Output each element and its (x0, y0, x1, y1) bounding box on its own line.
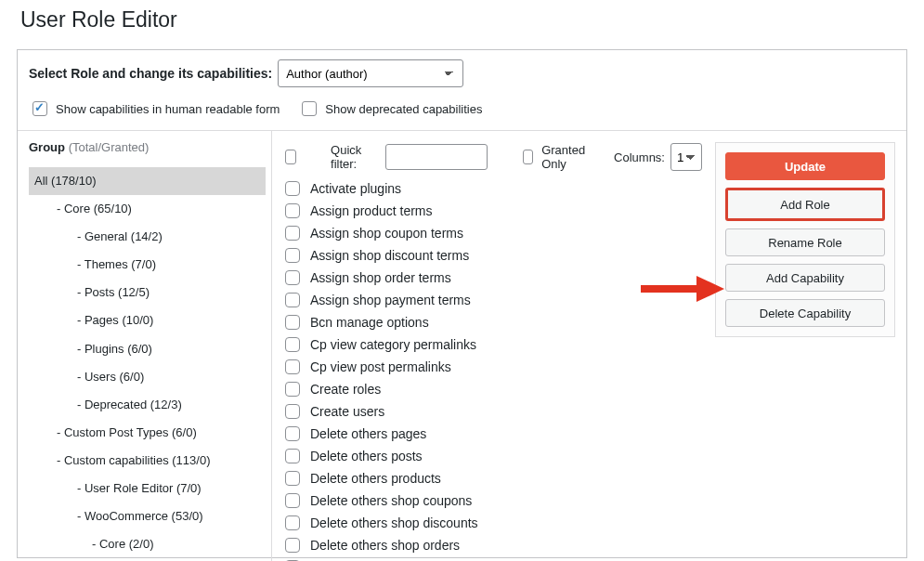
capability-checkbox[interactable] (285, 426, 300, 441)
page-title: User Role Editor (20, 7, 907, 33)
group-label: Group (29, 140, 65, 154)
columns-label: Columns: (614, 150, 665, 164)
capability-label: Delete others products (310, 471, 441, 486)
capability-row: Cp view category permalinks (281, 333, 702, 356)
group-item[interactable]: - General (14/2) (29, 223, 266, 251)
group-item[interactable]: - WooCommerce (53/0) (29, 502, 266, 530)
group-item[interactable]: - Deprecated (12/3) (29, 391, 266, 419)
select-role-label: Select Role and change its capabilities: (29, 66, 272, 81)
show-deprecated-label: Show deprecated capabilities (325, 102, 482, 116)
group-item[interactable]: - Users (6/0) (29, 363, 266, 391)
group-item[interactable]: All (178/10) (29, 167, 266, 195)
capability-checkbox[interactable] (285, 538, 300, 553)
capabilities-list[interactable]: Activate pluginsAssign product termsAssi… (281, 177, 702, 561)
granted-only-label: Granted Only (541, 143, 590, 171)
capability-label: Create users (310, 404, 384, 419)
show-deprecated-checkbox[interactable] (302, 101, 317, 116)
capability-row: Delete others pages (281, 423, 702, 445)
capability-checkbox[interactable] (285, 315, 300, 330)
capability-row: Delete others shop discounts (281, 512, 702, 534)
role-select[interactable]: Author (author) (278, 59, 463, 87)
capability-label: Assign shop discount terms (310, 248, 469, 263)
capability-row: Delete others shop orders (281, 534, 702, 556)
capability-label: Delete others shop coupons (310, 493, 472, 508)
capability-label: Delete others shop orders (310, 538, 460, 553)
capability-row: Cp view post permalinks (281, 356, 702, 378)
capability-label: Bcn manage options (310, 315, 429, 330)
capability-checkbox[interactable] (285, 181, 300, 196)
capability-row: Bcn manage options (281, 311, 702, 333)
capability-checkbox[interactable] (285, 248, 300, 263)
action-buttons: Update Add Role Rename Role Add Capabili… (715, 142, 895, 337)
capability-checkbox[interactable] (285, 226, 300, 241)
columns-select[interactable]: 1 (670, 143, 702, 171)
capability-label: Create roles (310, 382, 381, 397)
group-counts-label: (Total/Granted) (69, 140, 150, 154)
capability-checkbox[interactable] (285, 515, 300, 530)
show-human-checkbox[interactable] (33, 101, 47, 116)
rename-role-button[interactable]: Rename Role (725, 228, 885, 256)
group-item[interactable]: - Themes (7/0) (29, 251, 266, 279)
group-item[interactable]: - Pages (10/0) (29, 307, 266, 334)
capability-row: Delete others products (281, 467, 702, 489)
group-sidebar: Group (Total/Granted) All (178/10)- Core… (29, 131, 272, 561)
capability-checkbox[interactable] (285, 404, 300, 419)
capability-checkbox[interactable] (285, 293, 300, 307)
quick-filter-label: Quick filter: (331, 143, 374, 171)
capability-row: Create users (281, 400, 702, 423)
delete-capability-button[interactable]: Delete Capability (725, 299, 885, 327)
capability-checkbox[interactable] (285, 337, 300, 352)
group-item[interactable]: - Core (2/0) (29, 530, 266, 558)
editor-panel: Select Role and change its capabilities:… (17, 49, 907, 558)
quick-filter-input[interactable] (385, 144, 488, 170)
group-item[interactable]: - User Role Editor (7/0) (29, 475, 266, 502)
capability-row: Assign shop payment terms (281, 289, 702, 311)
group-item[interactable]: - Posts (12/5) (29, 279, 266, 307)
capability-checkbox[interactable] (285, 359, 300, 374)
select-all-checkbox[interactable] (285, 150, 296, 164)
capability-label: Activate plugins (310, 181, 401, 196)
capability-row: Delete others posts (281, 445, 702, 467)
capability-label: Assign shop order terms (310, 270, 451, 285)
capability-row: Delete others shop coupons (281, 489, 702, 512)
capability-label: Assign shop coupon terms (310, 226, 463, 241)
capability-row: Assign shop discount terms (281, 244, 702, 267)
capability-checkbox[interactable] (285, 270, 300, 285)
capability-row: Assign shop order terms (281, 267, 702, 289)
capability-label: Delete others shop discounts (310, 515, 478, 530)
capability-row: Assign shop coupon terms (281, 222, 702, 244)
capability-row: Activate plugins (281, 177, 702, 200)
capability-label: Delete others posts (310, 449, 423, 463)
capability-row: Assign product terms (281, 200, 702, 222)
group-item[interactable]: - Plugins (6/0) (29, 335, 266, 363)
update-button[interactable]: Update (725, 152, 885, 180)
capability-checkbox[interactable] (285, 449, 300, 463)
capability-label: Assign shop payment terms (310, 293, 471, 307)
group-item[interactable]: - Custom capabilities (113/0) (29, 447, 266, 475)
add-capability-button[interactable]: Add Capability (725, 264, 885, 292)
capability-checkbox[interactable] (285, 203, 300, 218)
capability-row: Create roles (281, 378, 702, 400)
capability-label: Delete others pages (310, 426, 426, 441)
add-role-button[interactable]: Add Role (725, 188, 885, 221)
capability-label: Cp view category permalinks (310, 337, 476, 352)
capability-checkbox[interactable] (285, 493, 300, 508)
granted-only-checkbox[interactable] (523, 150, 533, 164)
group-item[interactable]: - Custom Post Types (6/0) (29, 419, 266, 447)
capability-checkbox[interactable] (285, 382, 300, 397)
capability-row: Delete others shop payments (281, 556, 702, 561)
group-item[interactable]: - Core (65/10) (29, 195, 266, 223)
show-human-label: Show capabilities in human readable form (56, 102, 280, 116)
capability-label: Cp view post permalinks (310, 359, 451, 374)
capability-checkbox[interactable] (285, 471, 300, 486)
capability-label: Assign product terms (310, 203, 433, 218)
